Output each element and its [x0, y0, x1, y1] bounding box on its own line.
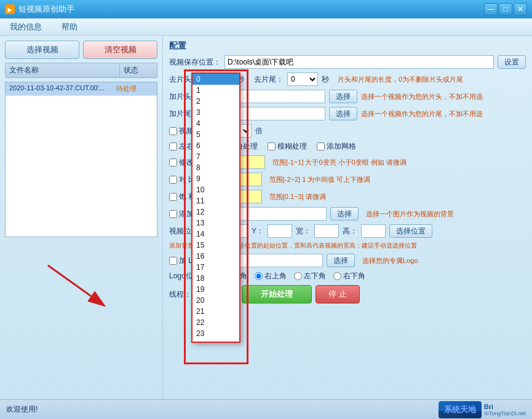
brand-logo: 系统天地 — [439, 401, 482, 418]
video-pos-w-input[interactable] — [314, 224, 339, 238]
start-button[interactable]: 开始处理 — [242, 285, 312, 303]
right-panel: 配置 视频保存位置： 设置 去片头： 0 秒 去片尾： 0 秒 片头和片尾的长度… — [163, 36, 532, 399]
dropdown-overlay[interactable]: 0 1 2 3 4 5 6 7 8 9 10 11 12 13 14 15 16… — [191, 72, 240, 343]
saturate-hint: 范围[0.1~3] 请微调 — [269, 192, 326, 202]
logo-text: 系统天地 — [444, 404, 476, 415]
video-speed-unit: 倍 — [255, 126, 263, 136]
video-speed-checkbox[interactable] — [169, 127, 177, 135]
dropdown-item-14[interactable]: 14 — [193, 229, 239, 240]
dropdown-item-12[interactable]: 12 — [193, 206, 239, 217]
logo-pos-bottomright-radio[interactable] — [333, 272, 341, 280]
dropdown-item-22[interactable]: 22 — [193, 317, 239, 328]
logo-checkbox[interactable] — [169, 257, 177, 265]
cut-hint: 片头和片尾的长度，0为不删除片头或片尾 — [338, 75, 463, 84]
dropdown-item-4[interactable]: 4 — [193, 118, 239, 129]
dropdown-item-24[interactable]: 24 — [193, 339, 239, 343]
logo-select-button[interactable]: 选择 — [327, 254, 355, 267]
dropdown-item-16[interactable]: 16 — [193, 251, 239, 262]
video-pos-w-label: 宽： — [296, 226, 311, 237]
clear-video-button[interactable]: 清空视频 — [83, 41, 157, 59]
blur-checkbox[interactable] — [268, 143, 276, 151]
bg-checkbox[interactable] — [169, 210, 177, 218]
dropdown-item-6[interactable]: 6 — [193, 140, 239, 151]
select-video-button[interactable]: 选择视频 — [5, 41, 79, 59]
dropdown-item-11[interactable]: 11 — [193, 195, 239, 206]
video-save-label: 视频保存位置： — [169, 57, 221, 68]
dropdown-item-13[interactable]: 13 — [193, 217, 239, 229]
video-pos-h-input[interactable] — [361, 224, 386, 238]
dropdown-item-17[interactable]: 17 — [193, 262, 239, 273]
dropdown-item-20[interactable]: 20 — [193, 295, 239, 306]
sharpen-checkbox[interactable] — [169, 159, 177, 166]
logo-hint: 选择您的专属Logo — [362, 256, 418, 265]
add-head-hint: 选择一个视频作为您的片头，不加不用选 — [361, 92, 483, 101]
video-pos-y-input[interactable] — [268, 224, 292, 238]
dropdown-item-3[interactable]: 3 — [193, 107, 239, 118]
logo-area: 系统天地 Bri XiTongTianDi.net — [439, 401, 526, 418]
contrast-checkbox[interactable] — [169, 176, 177, 184]
bg-hint: 选择一个图片作为视频的背景 — [366, 210, 454, 219]
minimize-button[interactable]: — — [484, 3, 498, 15]
dropdown-item-19[interactable]: 19 — [193, 284, 239, 295]
grid-checkbox[interactable] — [317, 143, 325, 151]
contrast-hint: 范围[-2~2] 1 为中间值 可上下微调 — [269, 175, 371, 184]
file-row[interactable]: 2020-11-03-10-42-37.CUT.00'... 待处理 — [6, 82, 157, 96]
add-head-select-button[interactable]: 选择 — [329, 90, 357, 103]
dropdown-item-15[interactable]: 15 — [193, 240, 239, 251]
video-pos-h-label: 高： — [343, 226, 357, 237]
saturate-checkbox[interactable] — [169, 193, 177, 201]
menu-myinfo[interactable]: 我的信息 — [5, 20, 47, 34]
settings-button[interactable]: 设置 — [498, 55, 526, 69]
dropdown-item-18[interactable]: 18 — [193, 273, 239, 284]
file-status: 待处理 — [116, 84, 153, 93]
video-save-path-input[interactable] — [224, 55, 494, 69]
left-arrow-area — [5, 241, 157, 395]
sharpen-hint: 范围[-1~1] 大于0变亮 小于0变暗 例如 请微调 — [272, 158, 407, 167]
dropdown-item-2[interactable]: 2 — [193, 96, 239, 107]
maximize-button[interactable]: □ — [499, 3, 512, 15]
dropdown-item-10[interactable]: 10 — [193, 184, 239, 195]
dropdown-item-21[interactable]: 21 — [193, 306, 239, 317]
logo-pos-topright-radio[interactable] — [255, 272, 263, 280]
logo-pos-topright-label[interactable]: 右上角 — [255, 271, 287, 281]
arrow-svg — [11, 253, 122, 327]
welcome-text: 欢迎使用! — [6, 404, 38, 415]
video-save-row: 视频保存位置： 设置 — [169, 55, 526, 69]
cut-tail-label: 去片尾： — [254, 74, 284, 85]
cut-tail-unit: 秒 — [322, 74, 329, 85]
bg-select-button[interactable]: 选择 — [330, 207, 359, 221]
add-tail-hint: 选择一个视频作为您的片尾，不加不用选 — [361, 109, 483, 119]
cut-tail-select[interactable]: 0 — [287, 72, 318, 86]
dropdown-item-9[interactable]: 9 — [193, 173, 239, 184]
file-name: 2020-11-03-10-42-37.CUT.00'... — [9, 84, 116, 93]
app-title: 短视频原创助手 — [18, 4, 74, 15]
menu-help[interactable]: 帮助 — [57, 20, 82, 34]
config-title: 配置 — [169, 41, 526, 52]
thread-label: 线程： — [169, 289, 191, 300]
close-button[interactable]: ✕ — [514, 3, 527, 15]
dropdown-item-5[interactable]: 5 — [193, 129, 239, 140]
logo-subtitle: Bri XiTongTianDi.net — [484, 403, 526, 417]
stop-button[interactable]: 停 止 — [316, 285, 360, 303]
dropdown-item-1[interactable]: 1 — [193, 85, 239, 96]
logo-pos-bottomleft-label[interactable]: 左下角 — [294, 271, 326, 281]
file-list-header: 文件名称 状态 — [5, 63, 157, 78]
grid-label[interactable]: 添加网格 — [317, 141, 356, 152]
left-buttons: 选择视频 清空视频 — [5, 41, 157, 59]
blur-label[interactable]: 模糊处理 — [268, 141, 307, 152]
logo-pos-bottomright-label[interactable]: 右下角 — [333, 271, 365, 281]
dropdown-item-0[interactable]: 0 — [193, 74, 239, 85]
add-tail-select-button[interactable]: 选择 — [329, 107, 357, 120]
dropdown-item-23[interactable]: 23 — [193, 328, 239, 339]
title-bar: ▶ 短视频原创助手 — □ ✕ — [0, 0, 532, 18]
mirror-checkbox[interactable] — [169, 143, 177, 151]
window-controls: — □ ✕ — [484, 3, 527, 15]
pos-select-button[interactable]: 选择位置 — [389, 224, 432, 238]
file-list[interactable]: 2020-11-03-10-42-37.CUT.00'... 待处理 — [5, 82, 157, 237]
dropdown-item-7[interactable]: 7 — [193, 151, 239, 162]
dropdown-item-8[interactable]: 8 — [193, 162, 239, 173]
app-icon: ▶ — [5, 4, 15, 14]
logo-pos-bottomleft-radio[interactable] — [294, 272, 302, 280]
menu-bar: 我的信息 帮助 — [0, 18, 532, 36]
main-area: 选择视频 清空视频 文件名称 状态 2020-11-03-10-42-37.CU… — [0, 36, 532, 399]
